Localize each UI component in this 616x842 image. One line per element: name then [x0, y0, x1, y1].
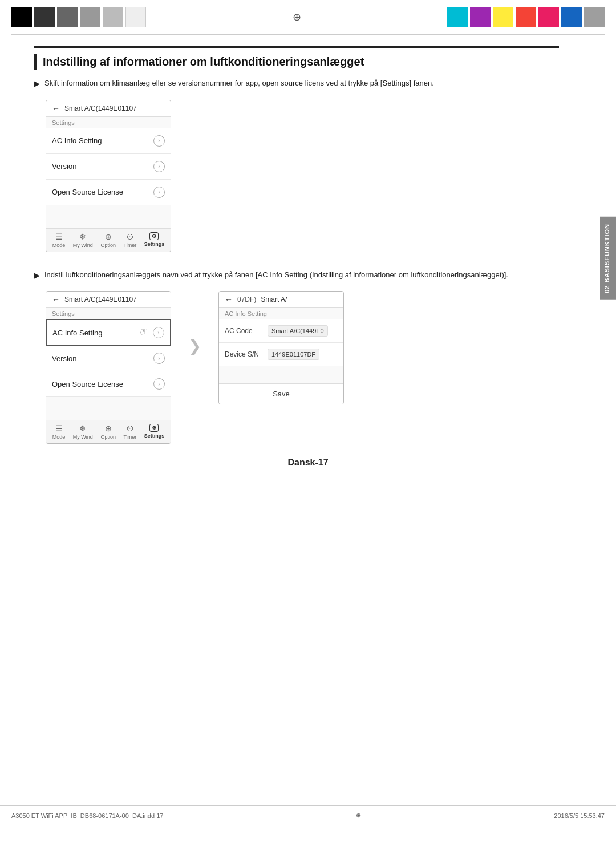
info-detail-screen: ← 07DF) Smart A/ AC Info Setting AC Code…	[218, 291, 344, 404]
phone-header-2: ← Smart A/C(1449E01107	[46, 292, 171, 308]
chevron-ac-info-2: ›	[153, 327, 164, 338]
mark-mid	[57, 7, 78, 27]
chevron-osl-2: ›	[153, 378, 165, 390]
chevron-osl-1: ›	[153, 187, 165, 198]
detail-header-right: Smart A/	[261, 295, 287, 303]
nav-option-label-2: Option	[100, 434, 116, 440]
print-marks-left	[11, 7, 146, 27]
save-label: Save	[273, 390, 290, 398]
phone-header-1: ← Smart A/C(1449E01107	[46, 100, 171, 117]
field-label-device-sn: Device S/N	[225, 350, 268, 358]
mark-pink	[538, 7, 559, 27]
footer-left: A3050 ET WiFi APP_IB_DB68-06171A-00_DA.i…	[11, 812, 163, 819]
detail-section-label: AC Info Setting	[219, 308, 343, 319]
mark-gray	[584, 7, 605, 27]
detail-header-left: 07DF)	[237, 295, 256, 303]
footer-right: 2016/5/5 15:53:47	[554, 812, 605, 819]
nav-mode-2[interactable]: ☰ Mode	[52, 424, 66, 440]
page-footer: A3050 ET WiFi APP_IB_DB68-06171A-00_DA.i…	[0, 805, 616, 825]
detail-header: ← 07DF) Smart A/	[219, 292, 343, 308]
back-arrow-1[interactable]: ←	[52, 104, 60, 113]
mark-red	[516, 7, 536, 27]
menu-item-ac-info-2[interactable]: AC Info Setting › ☞	[46, 319, 171, 346]
screenshot-row-1: ← Smart A/C(1449E01107 Settings AC Info …	[46, 100, 559, 252]
mark-light	[80, 7, 100, 27]
phone-section-label-2: Settings	[46, 308, 171, 319]
bullet-arrow-2: ▶	[34, 270, 40, 281]
phone-nav-2: ☰ Mode ❄ My Wind ⊕ Option ⏲ Timer	[46, 420, 171, 443]
menu-item-version-1[interactable]: Version ›	[46, 154, 171, 180]
nav-option-icon-2: ⊕	[105, 424, 112, 433]
menu-item-version-2[interactable]: Version ›	[46, 346, 171, 371]
menu-item-osl-2[interactable]: Open Source License ›	[46, 371, 171, 397]
nav-option-2[interactable]: ⊕ Option	[100, 424, 116, 440]
nav-timer-1[interactable]: ⏲ Timer	[123, 232, 136, 248]
mark-blue	[561, 7, 582, 27]
nav-settings-label-1: Settings	[144, 241, 165, 247]
heading-bar	[34, 54, 37, 70]
nav-timer-label-2: Timer	[123, 434, 136, 440]
menu-item-osl-1[interactable]: Open Source License ›	[46, 180, 171, 205]
field-value-device-sn[interactable]: 1449E01107DF	[268, 349, 319, 360]
mark-yellow	[493, 7, 513, 27]
nav-timer-icon-2: ⏲	[126, 424, 134, 433]
nav-settings-2[interactable]: ⚙ Settings	[144, 424, 165, 440]
side-tab: 02 BASISFUNKTION	[600, 217, 616, 300]
nav-settings-icon-2: ⚙	[149, 424, 159, 432]
mark-magenta	[470, 7, 491, 27]
chevron-version-2: ›	[153, 353, 165, 364]
save-bar[interactable]: Save	[219, 383, 343, 404]
nav-timer-2[interactable]: ⏲ Timer	[123, 424, 136, 440]
menu-label-version-2: Version	[52, 354, 76, 363]
chevron-version-1: ›	[153, 161, 165, 172]
print-marks-right	[447, 7, 605, 27]
menu-label-version-1: Version	[52, 162, 76, 171]
menu-label-osl-1: Open Source License	[52, 188, 123, 196]
page-number: Dansk-17	[0, 458, 616, 468]
screenshot-row-2: ← Smart A/C(1449E01107 Settings AC Info …	[46, 291, 559, 444]
phone-screen-2: ← Smart A/C(1449E01107 Settings AC Info …	[46, 291, 171, 444]
menu-label-ac-info-1: AC Info Setting	[52, 136, 102, 145]
menu-label-ac-info-2: AC Info Setting	[52, 329, 102, 337]
nav-option-1[interactable]: ⊕ Option	[100, 232, 116, 248]
registration-mark: ⊕	[293, 11, 301, 23]
bullet-arrow-1: ▶	[34, 78, 40, 90]
nav-mywind-label-1: My Wind	[73, 242, 93, 248]
field-label-ac-code: AC Code	[225, 327, 268, 335]
nav-option-icon-1: ⊕	[105, 232, 112, 241]
nav-timer-icon-1: ⏲	[126, 232, 134, 241]
top-rule	[11, 34, 605, 35]
chevron-ac-info-1: ›	[153, 135, 165, 147]
nav-mode-label-2: Mode	[52, 434, 66, 440]
arrow-between-screens: ❯	[188, 291, 201, 355]
bullet-paragraph-2: ▶ Indstil luftkonditioneringsanlæggets n…	[34, 269, 559, 281]
back-arrow-2[interactable]: ←	[52, 295, 60, 304]
nav-mode-label-1: Mode	[52, 242, 66, 248]
bullet-text-2: Indstil luftkonditioneringsanlæggets nav…	[44, 269, 508, 281]
phone-section-label-1: Settings	[46, 117, 171, 128]
nav-mywind-icon-2: ❄	[79, 424, 86, 433]
mark-white	[125, 7, 146, 27]
nav-mode-1[interactable]: ☰ Mode	[52, 232, 66, 248]
nav-settings-icon-1: ⚙	[149, 232, 159, 240]
phone-screen-1: ← Smart A/C(1449E01107 Settings AC Info …	[46, 100, 171, 252]
field-value-ac-code[interactable]: Smart A/C(1449E0	[268, 325, 328, 337]
nav-mywind-1[interactable]: ❄ My Wind	[73, 232, 93, 248]
menu-item-ac-info-1[interactable]: AC Info Setting ›	[46, 128, 171, 154]
section-heading-text: Indstilling af informationer om luftkond…	[43, 55, 364, 68]
menu-label-osl-2: Open Source License	[52, 380, 123, 388]
nav-mywind-icon-1: ❄	[79, 232, 86, 241]
nav-mode-icon-2: ☰	[55, 424, 63, 433]
nav-timer-label-1: Timer	[123, 242, 136, 248]
detail-back-arrow[interactable]: ←	[225, 295, 233, 304]
bullet-paragraph-1: ▶ Skift information om klimaanlæg eller …	[34, 78, 559, 90]
nav-mywind-2[interactable]: ❄ My Wind	[73, 424, 93, 440]
mark-black	[11, 7, 32, 27]
hand-cursor-icon: ☞	[138, 323, 155, 338]
nav-mywind-label-2: My Wind	[73, 434, 93, 440]
nav-settings-1[interactable]: ⚙ Settings	[144, 232, 165, 248]
nav-mode-icon-1: ☰	[55, 232, 63, 241]
mark-dark	[34, 7, 55, 27]
footer-registration: ⊕	[356, 812, 361, 819]
bullet-text-1: Skift information om klimaanlæg eller se…	[44, 78, 434, 89]
